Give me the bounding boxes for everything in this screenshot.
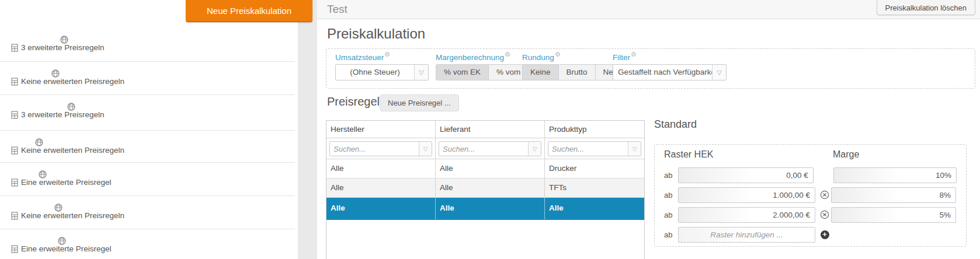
column-header-produkttyp[interactable]: Produkttyp xyxy=(545,121,644,138)
marge-input[interactable] xyxy=(831,207,956,223)
raster-hek-input[interactable] xyxy=(678,167,814,183)
chevron-down-icon[interactable]: ▽ xyxy=(628,142,641,156)
new-rule-button[interactable]: Neue Preisregel ... xyxy=(380,94,459,111)
filter-select[interactable]: Gestaffelt nach Verfügbarkeit ▽ xyxy=(613,64,727,80)
raster-hek-input[interactable] xyxy=(678,187,815,203)
marge-input[interactable] xyxy=(833,167,957,183)
calculator-icon xyxy=(11,111,18,119)
filter-cell: ▽ xyxy=(326,138,436,159)
list-item-label: Keine erweiterten Preisregeln xyxy=(21,77,124,86)
rules-heading: Preisregeln xyxy=(327,95,386,108)
chevron-down-icon[interactable]: ▽ xyxy=(528,142,541,156)
globe-icon xyxy=(39,169,47,178)
list-item-calculation[interactable]: 3 erweiterte Preisregeln xyxy=(0,28,295,62)
list-item-label: Eine erweiterte Preisregel xyxy=(21,244,112,253)
list-item-calculation[interactable]: Keine erweiterten Preisregeln xyxy=(0,131,295,163)
globe-icon xyxy=(51,68,60,77)
umsatzsteuer-value: (Ohne Steuer) xyxy=(336,65,414,80)
lieferant-search-input[interactable] xyxy=(439,142,528,156)
table-header-row: Hersteller Lieferant Produkttyp xyxy=(326,121,644,138)
marge-input[interactable] xyxy=(831,187,956,203)
add-tier-icon[interactable]: + xyxy=(818,230,831,239)
margen-option-ek[interactable]: % vom EK xyxy=(436,64,489,80)
ab-label: ab xyxy=(664,230,678,239)
chevron-down-icon[interactable]: ▽ xyxy=(419,142,432,156)
filter-cell: ▽ xyxy=(545,138,644,159)
globe-icon xyxy=(35,136,43,146)
table-row-alle-selected[interactable]: Alle Alle Alle xyxy=(326,198,644,220)
list-item-calculation[interactable]: Eine erweiterte Preisregel xyxy=(0,229,295,259)
column-header-lieferant[interactable]: Lieferant xyxy=(436,121,545,138)
list-item-label: 3 erweiterte Preisregeln xyxy=(21,43,105,52)
globe-icon xyxy=(60,34,68,43)
rundung-label: Rundung xyxy=(522,53,560,62)
main-header: Test Preiskalkulation löschen xyxy=(317,0,980,19)
page-title: Test xyxy=(327,3,347,16)
info-icon xyxy=(555,52,560,57)
remove-tier-icon[interactable] xyxy=(818,210,831,219)
list-item-calculation[interactable]: 3 erweiterte Preisregeln xyxy=(0,95,295,131)
rundung-option-brutto[interactable]: Brutto xyxy=(559,64,596,80)
tier-row: ab xyxy=(664,206,957,223)
standard-heading: Standard xyxy=(654,118,697,131)
hersteller-search-input[interactable] xyxy=(330,142,419,156)
calculator-icon xyxy=(11,245,18,253)
info-icon xyxy=(505,52,510,57)
list-item-calculation[interactable]: Eine erweiterte Preisregel xyxy=(0,163,295,196)
filter-label: Filter xyxy=(613,53,636,62)
ab-label: ab xyxy=(664,211,678,219)
calculator-icon xyxy=(11,212,18,220)
list-item-label: Keine erweiterten Preisregeln xyxy=(21,146,124,155)
ab-label: ab xyxy=(664,191,678,200)
margenberechnung-label: Margenberechnung xyxy=(436,53,510,62)
calculation-list-sidebar: 3 erweiterte Preisregeln Keine erweitert… xyxy=(0,0,298,259)
chevron-down-icon[interactable]: ▽ xyxy=(712,65,726,80)
cell-produkttyp: Alle xyxy=(545,198,644,219)
add-raster-input[interactable] xyxy=(678,227,815,243)
ab-label: ab xyxy=(664,171,678,180)
marge-label: Marge xyxy=(833,149,859,160)
cell-hersteller: Alle xyxy=(326,178,436,197)
calculator-icon xyxy=(11,44,18,52)
raster-hek-label: Raster HEK xyxy=(664,149,713,160)
cell-lieferant: Alle xyxy=(436,178,545,197)
calculator-icon xyxy=(11,178,18,187)
produkttyp-search-input[interactable] xyxy=(548,142,628,156)
price-rules-table: Hersteller Lieferant Produkttyp ▽ ▽ ▽ Al… xyxy=(326,120,645,259)
remove-tier-icon[interactable] xyxy=(818,190,831,200)
list-item-label: Keine erweiterten Preisregeln xyxy=(21,211,124,220)
calculation-settings-fieldset: Umsatzsteuer (Ohne Steuer) ▽ Margenberec… xyxy=(326,48,975,89)
delete-calculation-button[interactable]: Preiskalkulation löschen xyxy=(877,0,975,15)
tier-row: ab xyxy=(664,167,957,183)
cell-produkttyp: TFTs xyxy=(545,178,644,197)
list-item-calculation[interactable]: Keine erweiterten Preisregeln xyxy=(0,62,295,95)
globe-icon xyxy=(58,235,66,244)
new-calculation-button[interactable]: Neue Preiskalkulation xyxy=(186,0,312,22)
page: 3 erweiterte Preisregeln Keine erweitert… xyxy=(0,0,980,259)
calculator-icon xyxy=(11,146,18,155)
globe-icon xyxy=(54,202,62,211)
cell-lieferant: Alle xyxy=(436,159,545,178)
calculator-icon xyxy=(11,78,18,86)
umsatzsteuer-label: Umsatzsteuer xyxy=(335,53,390,62)
cell-hersteller: Alle xyxy=(326,198,436,219)
filter-cell: ▽ xyxy=(436,138,545,159)
info-icon xyxy=(631,52,636,57)
tier-add-row: ab + xyxy=(664,226,957,243)
list-item-calculation[interactable]: Keine erweiterten Preisregeln xyxy=(0,196,295,229)
chevron-down-icon[interactable]: ▽ xyxy=(414,65,428,80)
info-icon xyxy=(385,52,390,57)
table-row-drucker[interactable]: Alle Alle Drucker xyxy=(326,159,644,178)
cell-produkttyp: Drucker xyxy=(545,159,644,178)
rundung-option-keine[interactable]: Keine xyxy=(522,64,559,80)
filter-value: Gestaffelt nach Verfügbarkeit xyxy=(613,65,712,80)
table-row-tfts[interactable]: Alle Alle TFTs xyxy=(326,178,644,198)
umsatzsteuer-select[interactable]: (Ohne Steuer) ▽ xyxy=(335,64,429,80)
list-item-label: Eine erweiterte Preisregel xyxy=(21,178,112,187)
column-header-hersteller[interactable]: Hersteller xyxy=(326,121,436,138)
raster-hek-input[interactable] xyxy=(678,207,815,223)
cell-lieferant: Alle xyxy=(436,198,545,219)
tier-row: ab xyxy=(664,187,957,203)
standard-tiers-panel: Raster HEK Marge ab ab ab ab xyxy=(654,144,967,247)
globe-icon xyxy=(67,101,75,110)
